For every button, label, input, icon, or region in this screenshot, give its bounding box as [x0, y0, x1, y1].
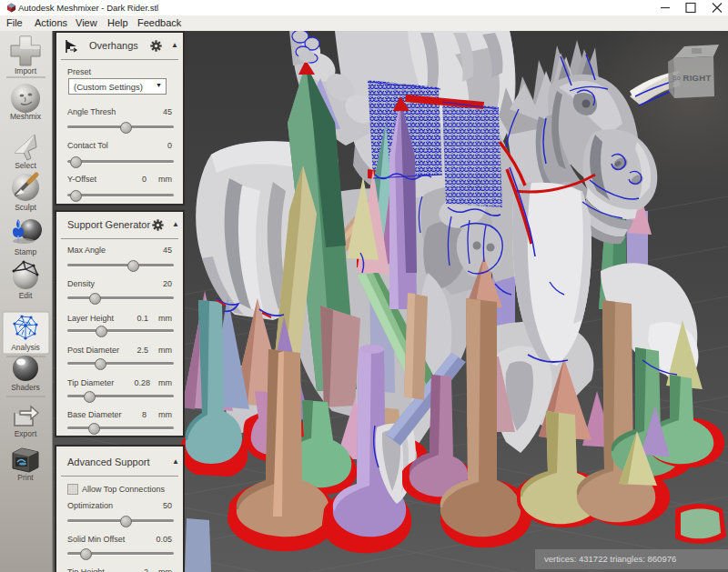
svg-text:Sculpt: Sculpt: [15, 203, 36, 212]
svg-text:Analysis: Analysis: [11, 343, 40, 352]
svg-text:Import: Import: [15, 66, 37, 75]
svg-text:Shaders: Shaders: [11, 383, 40, 392]
svg-text:Stamp: Stamp: [15, 247, 37, 256]
svg-text:Export: Export: [15, 429, 37, 438]
svg-text:RIGHT: RIGHT: [682, 73, 711, 83]
svg-text:Edit: Edit: [19, 291, 33, 300]
svg-text:Print: Print: [17, 473, 34, 482]
svg-text:vertices: 431722 triangles: 86: vertices: 431722 triangles: 860976: [544, 554, 676, 564]
svg-text:Meshmix: Meshmix: [10, 112, 42, 121]
svg-text:Bo: Bo: [672, 75, 681, 81]
svg-text:Select: Select: [15, 161, 36, 170]
